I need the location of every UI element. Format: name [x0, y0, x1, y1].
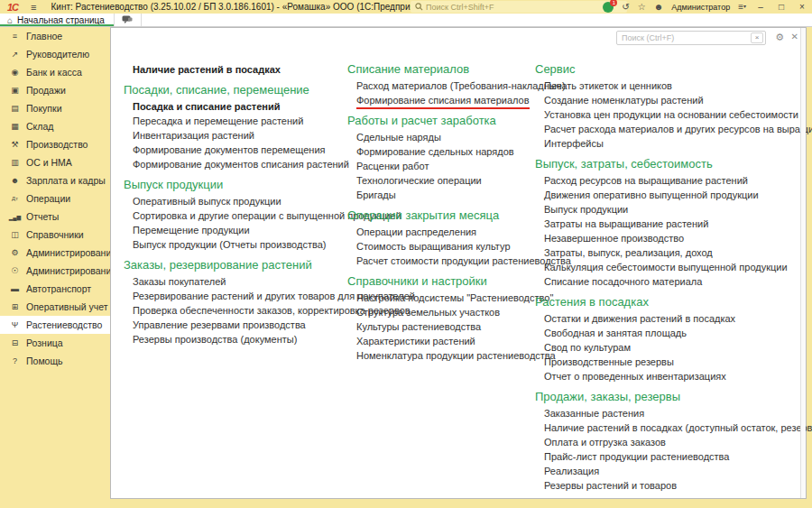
settings-gear-icon[interactable]: ⚙: [775, 32, 784, 43]
command-link[interactable]: Перемещение продукции: [124, 223, 347, 237]
command-link[interactable]: Характеристики растений: [347, 334, 533, 348]
sidebar-item-label: Склад: [26, 121, 53, 132]
command-link[interactable]: Затраты, выпуск, реализация, доход: [535, 245, 802, 260]
command-link[interactable]: Остатки и движения растений в посадках: [535, 311, 802, 326]
global-search[interactable]: [411, 1, 627, 13]
minimize-button[interactable]: –: [754, 2, 767, 12]
discussions-button[interactable]: [115, 14, 142, 26]
command-link[interactable]: Незавершенное производство: [535, 231, 802, 245]
command-link[interactable]: Бригады: [347, 188, 533, 202]
command-link[interactable]: Производственные резервы: [535, 355, 802, 369]
sidebar-item-9[interactable]: ☻Зарплата и кадры: [0, 171, 110, 189]
history-icon[interactable]: ↺: [622, 0, 629, 14]
command-link[interactable]: Отчет о проведенных инвентаризациях: [535, 369, 802, 383]
command-link[interactable]: Посадка и списание растений: [124, 99, 347, 114]
command-link[interactable]: Пересадка и перемещение растений: [124, 114, 347, 128]
command-link[interactable]: Настройка подсистемы "Растениеводство": [347, 291, 533, 305]
command-link[interactable]: Операции распределения: [347, 225, 533, 239]
command-link[interactable]: Выпуск продукции (Отчеты производства): [124, 237, 347, 252]
command-link[interactable]: Создание номенклатуры растений: [535, 93, 802, 107]
command-link[interactable]: Свободная и занятая площадь: [535, 326, 802, 340]
command-link[interactable]: Технологические операции: [347, 173, 533, 188]
command-link[interactable]: Резервы производства (документы): [124, 332, 347, 346]
sidebar-item-3[interactable]: ◉Банк и касса: [0, 63, 110, 81]
command-link[interactable]: Резервы растений и товаров: [535, 478, 802, 493]
command-link-label: Посадка и списание растений: [133, 101, 280, 112]
support-icon[interactable]: ☻: [654, 0, 664, 14]
command-link[interactable]: Расценки работ: [347, 159, 533, 173]
sidebar-item-16[interactable]: ⊞Оперативный учет: [0, 298, 110, 316]
sidebar-item-4[interactable]: ▣Продажи: [0, 81, 110, 99]
page-search[interactable]: ×: [616, 31, 766, 45]
command-link[interactable]: Расчет расхода материалов и других ресур…: [535, 122, 802, 136]
command-link[interactable]: Реализация: [535, 464, 802, 478]
sidebar-item-18[interactable]: ⊟Розница: [0, 334, 110, 352]
command-link[interactable]: Интерфейсы: [535, 136, 802, 151]
command-link[interactable]: Номенклатура продукции растениеводства: [347, 348, 533, 363]
command-link[interactable]: Затраты на выращивание растений: [535, 217, 802, 231]
command-link[interactable]: Оплата и отгрузка заказов: [535, 435, 802, 449]
sidebar-item-6[interactable]: ▦Склад: [0, 117, 110, 135]
command-link[interactable]: Печать этикеток и ценников: [535, 79, 802, 93]
notifications-icon[interactable]: 1: [603, 2, 614, 13]
sidebar-item-12[interactable]: ◫Справочники: [0, 226, 110, 244]
command-link-label: Стоимость выращивания культур: [356, 241, 511, 252]
command-link[interactable]: Оперативный выпуск продукции: [124, 194, 347, 208]
page-search-input[interactable]: [617, 33, 751, 42]
command-link[interactable]: Формирование сдельных нарядов: [347, 144, 533, 159]
command-link[interactable]: Заказы покупателей: [124, 274, 347, 289]
sidebar-item-2[interactable]: ↗Руководителю: [0, 45, 110, 63]
command-link[interactable]: Сдельные наряды: [347, 130, 533, 144]
main-menu-icon[interactable]: ≡: [31, 2, 36, 13]
command-link[interactable]: Культуры растениеводства: [347, 319, 533, 334]
command-link[interactable]: Проверка обеспеченности заказов, коррект…: [124, 303, 347, 318]
sidebar-item-19[interactable]: ?Помощь: [0, 352, 110, 370]
command-link[interactable]: Установка цен продукции на основании себ…: [535, 107, 802, 122]
global-search-input[interactable]: [426, 3, 606, 12]
panel-close-icon[interactable]: ✕: [791, 32, 798, 42]
command-link[interactable]: Инвентаризация растений: [124, 128, 347, 143]
sidebar-item-11[interactable]: ▂▄▆Отчеты: [0, 208, 110, 226]
sidebar-item-17[interactable]: ΨРастениеводство: [0, 316, 110, 334]
command-link[interactable]: Списание посадочного материала: [535, 274, 802, 289]
command-link[interactable]: Сортировка и другие операции с выпущенно…: [124, 208, 347, 223]
command-link[interactable]: Резервирование растений и других товаров…: [124, 289, 347, 303]
command-link[interactable]: Формирование документов перемещения: [124, 143, 347, 157]
sidebar-item-14[interactable]: ☉Администрирование УАУ: [0, 262, 110, 280]
command-link[interactable]: Прайс-лист продукции растениеводства: [535, 449, 802, 464]
command-link[interactable]: Наличие растений в посадках (доступный о…: [535, 420, 802, 435]
sidebar-item-13[interactable]: ⚙Администрирование: [0, 244, 110, 262]
sidebar-item-8[interactable]: ▥ОС и НМА: [0, 153, 110, 171]
tools-menu-icon[interactable]: ≡▾: [738, 2, 746, 12]
command-link[interactable]: Структура земельных участков: [347, 305, 533, 319]
command-link-label: Оплата и отгрузка заказов: [544, 437, 666, 448]
sidebar-item-5[interactable]: ▤Покупки: [0, 99, 110, 117]
tab-home-page[interactable]: ⌂ Начальная страница: [0, 14, 115, 26]
command-link[interactable]: Движения оперативно выпущенной продукции: [535, 188, 802, 202]
maximize-button[interactable]: □: [775, 2, 788, 12]
user-menu[interactable]: Администратор: [671, 3, 730, 12]
sidebar-item-15[interactable]: ▬Автотранспорт: [0, 280, 110, 298]
command-link[interactable]: Выпуск продукции: [535, 202, 802, 217]
command-link[interactable]: Калькуляция себестоимости выпущенной про…: [535, 260, 802, 274]
clear-search-icon[interactable]: ×: [751, 32, 763, 43]
favorites-star-icon[interactable]: ☆: [638, 0, 646, 14]
close-button[interactable]: ×: [796, 2, 808, 12]
command-link[interactable]: Наличие растений в посадках: [124, 62, 347, 77]
command-link[interactable]: Стоимость выращивания культур: [347, 239, 533, 254]
command-link[interactable]: Свод по культурам: [535, 340, 802, 355]
command-link[interactable]: Расход ресурсов на выращивание растений: [535, 173, 802, 188]
command-link[interactable]: Формирование списания материалов: [347, 93, 533, 107]
command-link-label: Бригады: [356, 189, 396, 200]
sidebar-item-label: Банк и касса: [26, 67, 82, 78]
vertical-scrollbar[interactable]: [800, 28, 806, 498]
command-link[interactable]: Расчет стоимости продукции растениеводст…: [347, 254, 533, 268]
sidebar-item-7[interactable]: ⚒Производство: [0, 135, 110, 153]
sidebar-item-10[interactable]: ДтОперации: [0, 189, 110, 208]
sidebar-item-1[interactable]: ≡Главное: [0, 27, 110, 45]
command-link[interactable]: Заказанные растения: [535, 406, 802, 420]
command-link[interactable]: Формирование документов списания растени…: [124, 157, 347, 171]
book-icon: ◫: [8, 230, 22, 239]
command-link[interactable]: Управление резервами производства: [124, 318, 347, 332]
command-link[interactable]: Расход материалов (Требования-накладные): [347, 79, 533, 93]
